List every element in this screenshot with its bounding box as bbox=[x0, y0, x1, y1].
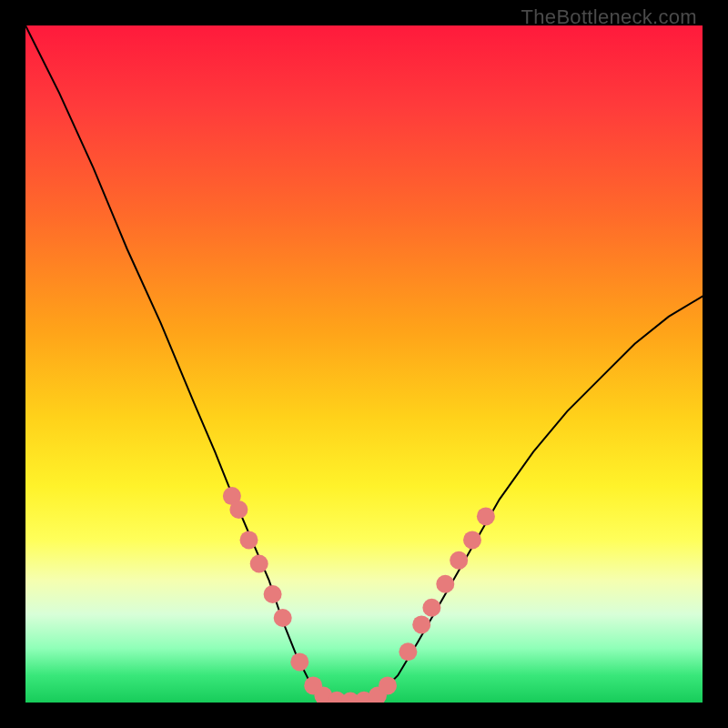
data-marker bbox=[463, 531, 481, 549]
data-marker bbox=[422, 599, 440, 617]
data-marker bbox=[399, 642, 417, 661]
data-marker bbox=[240, 531, 258, 549]
data-marker bbox=[379, 676, 397, 694]
data-marker bbox=[290, 652, 308, 671]
data-marker bbox=[250, 555, 268, 573]
bottleneck-curve bbox=[25, 25, 703, 703]
data-marker bbox=[477, 507, 495, 525]
chart-plot-area bbox=[25, 25, 703, 703]
data-marker bbox=[229, 500, 248, 519]
data-marker bbox=[436, 575, 454, 593]
chart-frame: TheBottleneck.com bbox=[0, 0, 728, 728]
data-marker bbox=[412, 615, 430, 633]
chart-svg bbox=[25, 25, 703, 703]
data-marker bbox=[264, 585, 282, 603]
data-marker bbox=[450, 551, 468, 570]
watermark-text: TheBottleneck.com bbox=[521, 5, 697, 29]
data-marker bbox=[274, 609, 292, 627]
